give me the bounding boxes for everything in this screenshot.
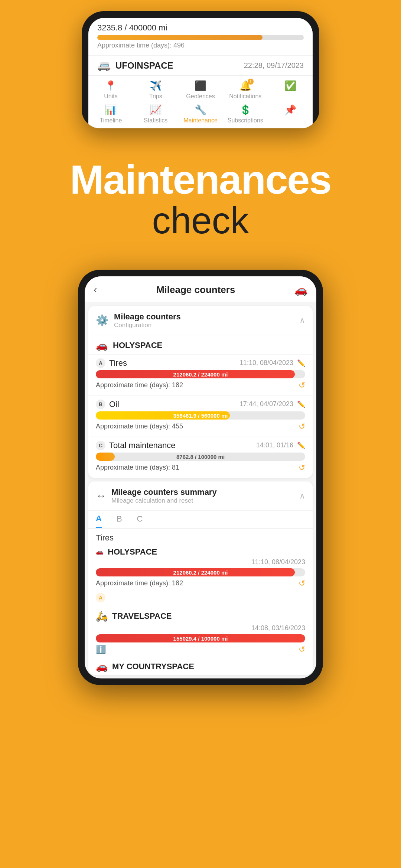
sum-holyspace-refresh[interactable]: ↺ (299, 579, 305, 588)
maint-item-oil: B Oil 17:44, 04/07/2023 ✏️ 358461.9 / 56… (88, 395, 313, 437)
nav-units[interactable]: 📍 Units (88, 79, 133, 101)
units-label: Units (104, 93, 117, 100)
top-vehicle-time: 22:28, 09/17/2023 (244, 61, 304, 70)
oil-name: Oil (109, 400, 119, 409)
sum-badge-a: A (96, 593, 105, 602)
total-progress-fill (96, 453, 115, 461)
tab-a[interactable]: A (96, 514, 102, 528)
mileage-card-header-left: ⚙️ Mileage counters Configuration (96, 312, 181, 329)
hero-section: Maintenances check (0, 128, 401, 270)
mycountry-name: MY COUNTRYSPACE (112, 662, 194, 671)
nav-maintenance[interactable]: 🔧 Maintenance (178, 103, 223, 125)
mileage-card-title: Mileage counters (114, 312, 181, 322)
header-car-icon: 🚗 (294, 284, 307, 296)
travelspace-row: 🛵 TRAVELSPACE (88, 605, 313, 624)
sum-holyspace-approx: Approximate time (days): 182 (96, 579, 183, 587)
nav-subscriptions[interactable]: 💲 Subscriptions (223, 103, 268, 125)
sum-holyspace-progress-label: 212060.2 / 224000 mi (173, 569, 228, 575)
bottom-phone: ‹ Mileage counters 🚗 ⚙️ Mileage counters… (78, 270, 323, 685)
geofences-label: Geofences (186, 93, 215, 100)
travelspace-info-icon: ℹ️ (96, 645, 106, 654)
mycountry-icon: 🚗 (96, 661, 108, 673)
timeline-icon: 📊 (105, 104, 117, 116)
tires-progress-label: 212060.2 / 224000 mi (173, 371, 228, 377)
summary-card-header: ↔️ Mileage counters summary Mileage calc… (88, 481, 313, 511)
mileage-card-header: ⚙️ Mileage counters Configuration ∧ (88, 306, 313, 335)
oil-edit-icon[interactable]: ✏️ (297, 400, 305, 408)
oil-badge: B (96, 400, 105, 409)
total-refresh-icon[interactable]: ↺ (299, 463, 305, 473)
back-button[interactable]: ‹ (94, 284, 97, 296)
mycountry-row: 🚗 MY COUNTRYSPACE (88, 656, 313, 675)
maint-item-total: C Total maintenance 14:01, 01/16 ✏️ 8762… (88, 437, 313, 478)
summary-card: ↔️ Mileage counters summary Mileage calc… (88, 481, 313, 675)
travelspace-icon: 🛵 (96, 611, 108, 622)
nav-timeline[interactable]: 📊 Timeline (88, 103, 133, 125)
nav-notifications[interactable]: 🔔1 Notifications (223, 79, 268, 101)
holyspace-icon: 🚗 (96, 340, 108, 351)
pin-icon: 📌 (284, 104, 296, 116)
sum-holyspace-row: 🚗 HOLYSPACE (88, 545, 313, 558)
trips-label: Trips (149, 93, 162, 100)
travelspace-refresh[interactable]: ↺ (299, 645, 305, 654)
sum-holyspace-date: 11:10, 08/04/2023 (251, 558, 305, 566)
hero-title: Maintenances (70, 158, 331, 201)
travelspace-info-row: ℹ️ ↺ (96, 645, 305, 654)
sum-holyspace-approx-row: Approximate time (days): 182 ↺ (96, 579, 305, 588)
bottom-phone-header: ‹ Mileage counters 🚗 (85, 276, 316, 302)
top-vehicle-left: 🚐 UFOINSPACE (97, 59, 173, 72)
top-phone: 3235.8 / 400000 mi Approximate time (day… (82, 11, 319, 128)
notifications-label: Notifications (229, 93, 261, 100)
summary-card-title: Mileage counters summary (111, 487, 217, 497)
timeline-label: Timeline (100, 117, 122, 124)
summary-card-sub: Mileage calculation and reset (111, 497, 217, 504)
tires-date: 11:10, 08/04/2023 (239, 359, 293, 367)
maint-item-tires: A Tires 11:10, 08/04/2023 ✏️ 212060.2 / … (88, 354, 313, 395)
travelspace-date: 14:08, 03/16/2023 (251, 624, 305, 632)
nav-trips[interactable]: ✈️ Trips (133, 79, 178, 101)
summary-chevron-icon[interactable]: ∧ (299, 491, 305, 501)
travelspace-track: 155029.4 / 100000 mi (96, 634, 305, 642)
total-name: Total maintenance (109, 441, 176, 450)
top-vehicle-name: UFOINSPACE (115, 60, 173, 71)
top-vehicle-icon: 🚐 (97, 59, 110, 72)
oil-date: 17:44, 04/07/2023 (239, 400, 293, 408)
total-progress-track: 8762.8 / 100000 mi (96, 453, 305, 461)
summary-section-label: Tires (88, 529, 313, 545)
tires-left: A Tires (96, 358, 127, 368)
top-approx-days: Approximate time (days): 496 (97, 42, 304, 49)
top-nav-row2: 📊 Timeline 📈 Statistics 🔧 Maintenance 💲 … (88, 103, 313, 128)
top-phone-wrapper: 3235.8 / 400000 mi Approximate time (day… (0, 0, 401, 128)
tires-badge: A (96, 358, 105, 368)
total-edit-icon[interactable]: ✏️ (297, 441, 305, 450)
top-progress-track (97, 35, 304, 40)
trips-icon: ✈️ (150, 80, 162, 92)
nav-pin[interactable]: 📌 (268, 103, 313, 125)
tires-approx-text: Approximate time (days): 182 (96, 381, 183, 389)
total-badge: C (96, 441, 105, 450)
sum-badge-a-row: A (88, 590, 313, 605)
tab-b[interactable]: B (117, 514, 122, 527)
sum-holyspace-name: HOLYSPACE (108, 547, 157, 557)
oil-approx-row: Approximate time (days): 455 ↺ (96, 422, 305, 431)
subscriptions-icon: 💲 (239, 104, 251, 116)
tires-edit-icon[interactable]: ✏️ (297, 359, 305, 367)
total-header: C Total maintenance 14:01, 01/16 ✏️ (96, 441, 305, 450)
mileage-card-text: Mileage counters Configuration (114, 312, 181, 329)
summary-card-header-left: ↔️ Mileage counters summary Mileage calc… (96, 487, 217, 504)
oil-refresh-icon[interactable]: ↺ (299, 422, 305, 431)
oil-header: B Oil 17:44, 04/07/2023 ✏️ (96, 400, 305, 409)
nav-geofences[interactable]: ⬛ Geofences (178, 79, 223, 101)
top-vehicle-row: 🚐 UFOINSPACE 22:28, 09/17/2023 (88, 55, 313, 75)
statistics-label: Statistics (144, 117, 167, 124)
chevron-up-icon[interactable]: ∧ (299, 316, 305, 325)
screen-title: Mileage counters (156, 284, 235, 296)
tab-c[interactable]: C (137, 514, 143, 527)
tires-refresh-icon[interactable]: ↺ (299, 381, 305, 390)
nav-check[interactable]: ✅ (268, 79, 313, 101)
tires-header: A Tires 11:10, 08/04/2023 ✏️ (96, 358, 305, 368)
nav-statistics[interactable]: 📈 Statistics (133, 103, 178, 125)
tires-approx-row: Approximate time (days): 182 ↺ (96, 381, 305, 390)
subscriptions-label: Subscriptions (228, 117, 263, 124)
tires-progress-track: 212060.2 / 224000 mi (96, 370, 305, 378)
